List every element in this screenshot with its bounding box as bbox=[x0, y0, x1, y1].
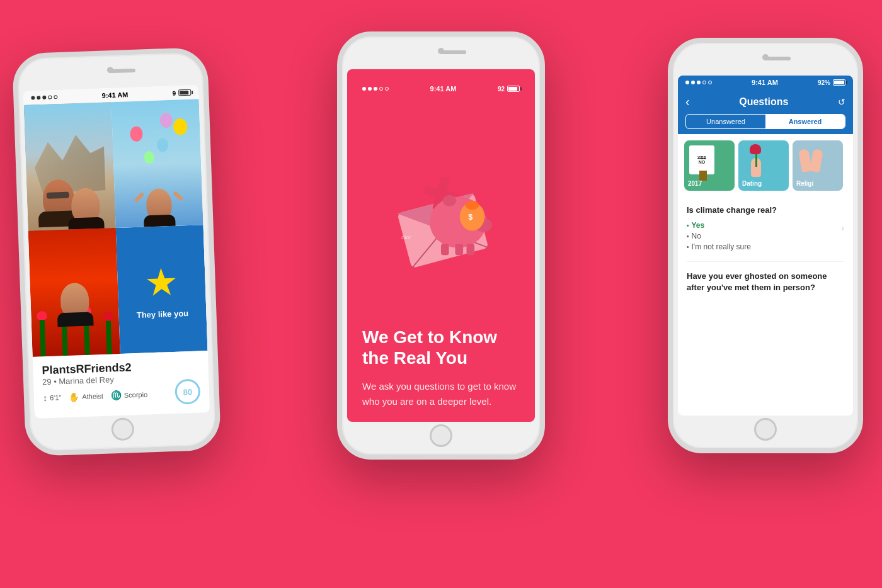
arm-right bbox=[173, 191, 183, 201]
r-dot-1 bbox=[685, 81, 689, 84]
back-button[interactable]: ‹ bbox=[685, 94, 690, 109]
questions-tabs: Unanswered Answered bbox=[685, 114, 845, 129]
middle-status-time: 9:41 AM bbox=[430, 85, 457, 93]
tulip-4 bbox=[105, 319, 112, 354]
middle-status-right: 92 bbox=[498, 86, 520, 93]
r-dot-2 bbox=[691, 81, 695, 84]
balloon-5 bbox=[160, 113, 173, 128]
questions-title: Questions bbox=[739, 96, 788, 108]
onboarding-title: We Get to Know the Real You bbox=[362, 327, 520, 369]
like-bg: ★ They like you bbox=[116, 225, 208, 354]
phone-left: 9:41 AM 9 bbox=[12, 47, 221, 456]
profile-photo-4[interactable]: ★ They like you bbox=[116, 225, 208, 354]
answer-not-sure: • I'm not really sure bbox=[687, 242, 834, 251]
tab-unanswered[interactable]: Unanswered bbox=[686, 115, 765, 128]
phone-middle: 9:41 AM 92 bbox=[337, 31, 545, 460]
answer-not-sure-text: I'm not really sure bbox=[692, 242, 751, 251]
right-status-time: 9:41 AM bbox=[752, 79, 778, 86]
match-score-value: 80 bbox=[183, 387, 192, 396]
m-dot-4 bbox=[379, 87, 383, 91]
svg-rect-11 bbox=[455, 244, 464, 256]
profile-text-block: PlantsRFriends2 29 • Marina del Rey bbox=[42, 361, 132, 393]
photo-1-bg bbox=[24, 102, 116, 231]
onboarding-description: We ask you questions to get to know who … bbox=[362, 379, 520, 409]
svg-point-9 bbox=[443, 195, 457, 206]
r-dot-3 bbox=[697, 81, 701, 84]
hands-container bbox=[795, 144, 827, 176]
starsign-icon: ♏ bbox=[111, 390, 122, 401]
balloon-4 bbox=[144, 151, 154, 164]
tab-answered[interactable]: Answered bbox=[765, 115, 845, 128]
ballot-icon: YES NO bbox=[689, 145, 717, 177]
balloon-2 bbox=[156, 138, 168, 152]
tulip-1 bbox=[40, 319, 46, 356]
bullet-not-sure: • bbox=[687, 244, 689, 251]
m-dot-2 bbox=[368, 87, 372, 91]
person-balloons bbox=[146, 188, 172, 220]
sunglasses bbox=[47, 192, 69, 199]
svg-rect-10 bbox=[441, 244, 449, 256]
answer-no-text: No bbox=[692, 232, 701, 240]
question-item-1[interactable]: Is climate change real? • Yes • No • I'm… bbox=[687, 205, 844, 251]
signal-dots bbox=[31, 95, 57, 99]
profile-height: ↕ 6'1" bbox=[43, 392, 62, 403]
religion-icon: ✋ bbox=[69, 392, 80, 402]
r-dot-5 bbox=[708, 81, 712, 84]
answer-yes: • Yes bbox=[687, 221, 834, 230]
svg-text:okc: okc bbox=[401, 234, 411, 240]
right-battery-fill bbox=[834, 81, 844, 84]
status-time-left: 9:41 AM bbox=[101, 91, 128, 99]
question-divider bbox=[687, 261, 844, 262]
star-icon: ★ bbox=[144, 259, 179, 305]
balloon-3 bbox=[173, 118, 188, 135]
profile-photo-1[interactable] bbox=[24, 102, 116, 231]
question-item-2[interactable]: Have you ever ghosted on someone after y… bbox=[687, 271, 844, 293]
right-signal-dots bbox=[685, 81, 712, 84]
phone-right: 9:41 AM 92% ‹ Questions ↺ Unanswered Ans… bbox=[668, 38, 863, 453]
rose-bloom bbox=[750, 144, 761, 154]
svg-point-14 bbox=[466, 201, 479, 210]
r-dot-4 bbox=[702, 81, 706, 84]
m-dot-3 bbox=[374, 87, 377, 91]
phone-middle-screen: 9:41 AM 92 bbox=[347, 69, 535, 422]
profile-photo-3[interactable] bbox=[28, 228, 120, 357]
phone-right-home-button[interactable] bbox=[754, 418, 777, 441]
phone-right-screen: 9:41 AM 92% ‹ Questions ↺ Unanswered Ans… bbox=[678, 76, 853, 416]
tulip-2 bbox=[62, 324, 68, 356]
illustration-svg: $ okc bbox=[384, 148, 498, 274]
signal-dot-4 bbox=[48, 95, 52, 99]
ballot-handle bbox=[699, 171, 707, 181]
phone-middle-status-bar: 9:41 AM 92 bbox=[362, 82, 520, 96]
person-balloons-face bbox=[146, 188, 172, 220]
bullet-no: • bbox=[687, 233, 689, 240]
phone-left-home-button[interactable] bbox=[111, 417, 134, 441]
profile-photo-2[interactable] bbox=[112, 99, 203, 228]
person-tulip-hair bbox=[57, 312, 93, 327]
yes-text: YES bbox=[697, 155, 706, 160]
right-battery bbox=[833, 79, 845, 86]
signal-dot-2 bbox=[37, 96, 40, 99]
starsign-value: Scorpio bbox=[124, 390, 148, 399]
middle-battery bbox=[507, 86, 520, 92]
category-label-2017: 2017 bbox=[688, 180, 731, 187]
onboarding-screen: 9:41 AM 92 bbox=[347, 69, 535, 422]
refresh-button[interactable]: ↺ bbox=[838, 97, 845, 107]
profile-religion: ✋ Atheist bbox=[69, 391, 103, 402]
category-label-religion: Religi bbox=[796, 180, 839, 187]
phone-right-status-bar: 9:41 AM 92% bbox=[678, 76, 853, 89]
phone-middle-home-button[interactable] bbox=[430, 424, 452, 447]
battery-icon-left bbox=[178, 89, 191, 96]
m-dot-1 bbox=[362, 87, 366, 91]
signal-label: 9 bbox=[172, 89, 176, 96]
person-tulip-face bbox=[60, 283, 89, 319]
praying-hands-icon bbox=[795, 144, 827, 176]
profile-name-row: PlantsRFriends2 29 • Marina del Rey 80 bbox=[42, 359, 200, 393]
m-dot-5 bbox=[385, 87, 389, 91]
category-card-dating[interactable]: Dating bbox=[738, 140, 789, 191]
match-score-circle: 80 bbox=[175, 379, 200, 405]
person-2-in-photo bbox=[71, 188, 100, 223]
face-1 bbox=[42, 179, 75, 218]
category-card-religion[interactable]: Religi bbox=[793, 140, 843, 191]
question-text-2: Have you ever ghosted on someone after y… bbox=[687, 271, 844, 293]
category-card-2017[interactable]: YES NO 2017 bbox=[684, 140, 735, 191]
